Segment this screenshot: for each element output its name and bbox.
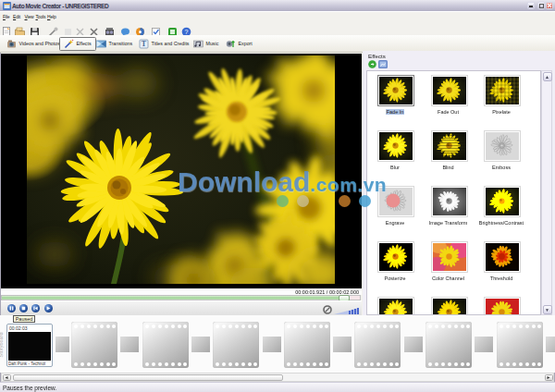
svg-text:T: T xyxy=(142,40,147,48)
svg-text:?: ? xyxy=(185,29,189,35)
